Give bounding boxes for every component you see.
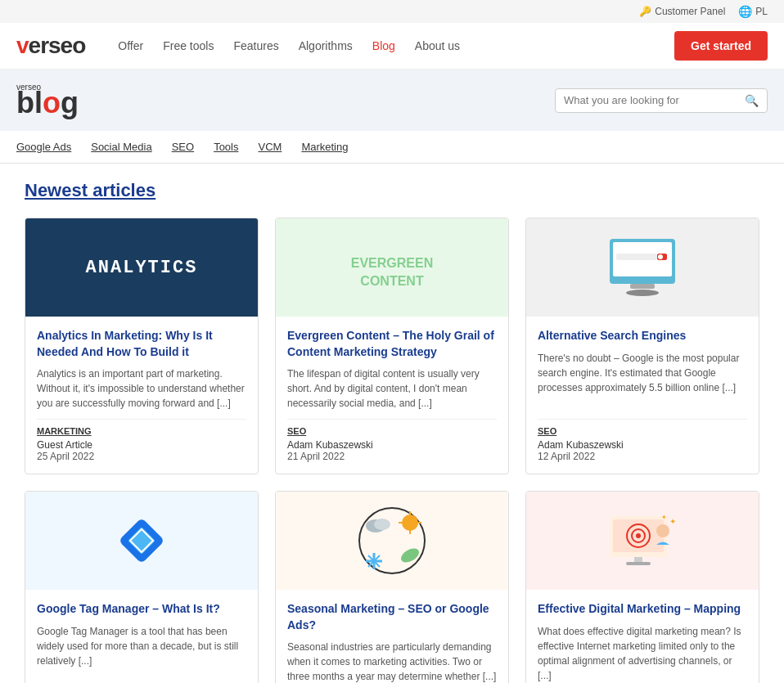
- nav-features[interactable]: Features: [233, 39, 278, 52]
- svg-point-29: [636, 533, 641, 538]
- nav-about[interactable]: About us: [415, 39, 460, 52]
- article-date: 25 April 2022: [37, 451, 246, 462]
- svg-point-6: [658, 254, 663, 259]
- flag-icon: 🌐: [738, 5, 752, 18]
- customer-panel-label: Customer Panel: [655, 6, 725, 17]
- nav-free-tools[interactable]: Free tools: [163, 39, 214, 52]
- article-meta: SEO Adam Kubaszewski 21 April 2022: [287, 419, 497, 462]
- cat-tools[interactable]: Tools: [214, 141, 238, 153]
- article-excerpt: Analytics is an important part of market…: [37, 366, 246, 411]
- article-body: Evergreen Content – The Holy Grail of Co…: [276, 317, 508, 474]
- article-image: [276, 492, 508, 590]
- blog-logo: verseo blog: [16, 83, 79, 118]
- article-image: EVERGREEN CONTENT: [276, 218, 508, 317]
- article-body: Alternative Search Engines There's no do…: [526, 317, 759, 474]
- article-title[interactable]: Analytics In Marketing: Why Is It Needed…: [37, 328, 246, 360]
- main-content: Newest articles ANALYTICS Analytics In M…: [0, 164, 784, 683]
- svg-rect-4: [616, 254, 657, 260]
- customer-panel-icon: 🔑: [639, 6, 651, 17]
- customer-panel-link[interactable]: 🔑 Customer Panel: [639, 6, 725, 17]
- svg-rect-7: [630, 284, 655, 289]
- cat-social-media[interactable]: Social Media: [91, 141, 151, 153]
- article-date: 12 April 2022: [538, 451, 747, 462]
- article-body: Effective Digital Marketing – Mapping Wh…: [526, 590, 759, 683]
- article-image: ANALYTICS: [25, 218, 258, 317]
- article-image: [526, 218, 759, 317]
- svg-rect-34: [626, 562, 651, 565]
- article-card: Seasonal Marketing – SEO or Google Ads? …: [275, 491, 509, 683]
- article-author: Adam Kubaszewski: [287, 439, 497, 451]
- svg-point-13: [402, 514, 418, 531]
- article-excerpt: There's no doubt – Google is the most po…: [538, 351, 747, 411]
- top-bar: 🔑 Customer Panel 🌐 PL: [0, 0, 784, 23]
- article-title[interactable]: Effective Digital Marketing – Mapping: [538, 601, 747, 618]
- article-meta: SEO Adam Kubaszewski 12 April 2022: [538, 419, 747, 462]
- search-box: 🔍: [555, 88, 768, 113]
- article-excerpt: The lifespan of digital content is usual…: [287, 366, 497, 411]
- article-author: Adam Kubaszewski: [538, 439, 747, 451]
- blog-logo-big: blog: [16, 88, 79, 118]
- article-body: Analytics In Marketing: Why Is It Needed…: [25, 317, 258, 474]
- cat-vcm[interactable]: VCM: [258, 141, 282, 153]
- svg-text:✦: ✦: [669, 517, 676, 526]
- language-switcher[interactable]: 🌐 PL: [738, 5, 768, 18]
- article-title[interactable]: Alternative Search Engines: [538, 328, 747, 344]
- section-title: Newest articles: [25, 180, 759, 201]
- article-meta: MARKETING Guest Article 25 April 2022: [37, 419, 246, 462]
- article-category[interactable]: MARKETING: [37, 426, 246, 436]
- svg-text:EVERGREEN: EVERGREEN: [351, 256, 433, 270]
- cat-marketing[interactable]: Marketing: [301, 141, 348, 153]
- blog-o: o: [43, 86, 61, 119]
- logo-text: verseo: [16, 33, 85, 59]
- cat-google-ads[interactable]: Google Ads: [16, 141, 71, 153]
- article-excerpt: Google Tag Manager is a tool that has be…: [37, 624, 246, 683]
- article-card: ✦ ✦ Effective Digital Marketing – Mappin…: [525, 491, 759, 683]
- search-input[interactable]: [564, 94, 745, 106]
- article-title[interactable]: Evergreen Content – The Holy Grail of Co…: [287, 328, 497, 360]
- get-started-button[interactable]: Get started: [674, 31, 768, 61]
- article-body: Google Tag Manager – What Is It? Google …: [25, 590, 258, 683]
- articles-grid: ANALYTICS Analytics In Marketing: Why Is…: [25, 218, 759, 683]
- article-title[interactable]: Google Tag Manager – What Is It?: [37, 601, 246, 618]
- language-label: PL: [755, 6, 768, 17]
- article-image: ✦ ✦: [526, 492, 759, 590]
- blog-header: verseo blog 🔍: [0, 70, 784, 131]
- svg-rect-33: [634, 557, 642, 562]
- svg-point-24: [374, 519, 390, 530]
- nav-blog[interactable]: Blog: [372, 39, 395, 52]
- category-nav: Google Ads Social Media SEO Tools VCM Ma…: [0, 131, 784, 164]
- svg-text:CONTENT: CONTENT: [360, 274, 424, 288]
- article-image: [25, 492, 258, 590]
- article-title[interactable]: Seasonal Marketing – SEO or Google Ads?: [287, 601, 497, 633]
- svg-point-30: [656, 524, 669, 537]
- svg-text:✦: ✦: [661, 514, 667, 521]
- search-icon[interactable]: 🔍: [745, 94, 759, 107]
- main-nav: verseo Offer Free tools Features Algorit…: [0, 23, 784, 70]
- logo-v: v: [16, 33, 29, 58]
- article-card: EVERGREEN CONTENT Evergreen Content – Th…: [275, 218, 509, 474]
- article-card: Google Tag Manager – What Is It? Google …: [25, 491, 259, 683]
- article-body: Seasonal Marketing – SEO or Google Ads? …: [276, 590, 508, 683]
- nav-links: Offer Free tools Features Algorithms Blo…: [118, 39, 674, 52]
- article-card: Alternative Search Engines There's no do…: [525, 218, 759, 474]
- cat-seo[interactable]: SEO: [172, 141, 194, 153]
- article-excerpt: What does effective digital marketing me…: [538, 624, 747, 683]
- svg-point-8: [626, 290, 659, 296]
- article-author: Guest Article: [37, 439, 246, 451]
- article-category[interactable]: SEO: [287, 426, 497, 436]
- nav-algorithms[interactable]: Algorithms: [299, 39, 353, 52]
- article-date: 21 April 2022: [287, 451, 497, 462]
- article-excerpt: Seasonal industries are particularly dem…: [287, 640, 497, 683]
- nav-offer[interactable]: Offer: [118, 39, 143, 52]
- svg-point-22: [399, 546, 421, 565]
- article-category[interactable]: SEO: [538, 426, 747, 436]
- article-card: ANALYTICS Analytics In Marketing: Why Is…: [25, 218, 259, 474]
- logo-link[interactable]: verseo: [16, 33, 85, 59]
